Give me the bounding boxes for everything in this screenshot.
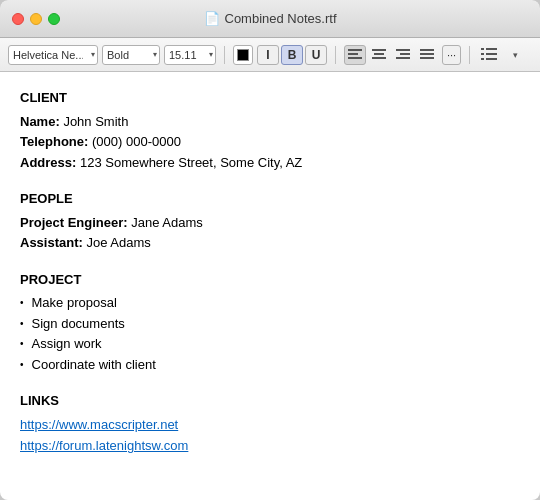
client-telephone-value-text: (000) 000-0000	[92, 134, 181, 149]
client-heading: CLIENT	[20, 88, 520, 108]
font-style-select[interactable]: Bold	[102, 45, 160, 65]
engineer-value-text: Jane Adams	[131, 215, 203, 230]
title-bar: 📄 Combined Notes.rtf	[0, 0, 540, 38]
client-address-line: Address: 123 Somewhere Street, Some City…	[20, 153, 520, 173]
align-justify-button[interactable]	[416, 45, 438, 65]
svg-rect-10	[420, 53, 434, 55]
svg-rect-16	[481, 58, 484, 60]
svg-rect-9	[420, 49, 434, 51]
svg-rect-0	[348, 49, 362, 51]
list-icon	[481, 48, 497, 62]
link-2[interactable]: https://forum.latenightsw.com	[20, 436, 520, 456]
separator-1	[224, 46, 225, 64]
align-left-icon	[348, 49, 362, 61]
client-telephone-line: Telephone: (000) 000-0000	[20, 132, 520, 152]
link-1[interactable]: https://www.macscripter.net	[20, 415, 520, 435]
document-icon: 📄	[204, 11, 220, 26]
list-item: • Assign work	[20, 334, 520, 354]
minimize-button[interactable]	[30, 13, 42, 25]
project-list: • Make proposal • Sign documents • Assig…	[20, 293, 520, 374]
svg-rect-1	[348, 53, 358, 55]
window-title: 📄 Combined Notes.rtf	[204, 11, 337, 26]
svg-rect-6	[396, 49, 410, 51]
project-item-1: Make proposal	[32, 293, 117, 313]
client-name-label: Name:	[20, 114, 60, 129]
client-name-value-text: John Smith	[63, 114, 128, 129]
client-address-value-text: 123 Somewhere Street, Some City, AZ	[80, 155, 302, 170]
list-arrow-button[interactable]: ▾	[504, 45, 526, 65]
bullet-icon: •	[20, 295, 24, 310]
project-item-4: Coordinate with client	[32, 355, 156, 375]
color-group	[233, 45, 253, 65]
client-name-line: Name: John Smith	[20, 112, 520, 132]
list-button[interactable]	[478, 45, 500, 65]
title-text: Combined Notes.rtf	[225, 11, 337, 26]
align-right-icon	[396, 49, 410, 61]
assistant-value-text: Joe Adams	[86, 235, 150, 250]
toolbar: Helvetica Ne... ▾ Bold ▾ 15.11 ▾ I B U	[0, 38, 540, 72]
client-address-label: Address:	[20, 155, 76, 170]
assistant-label: Assistant:	[20, 235, 83, 250]
align-center-button[interactable]	[368, 45, 390, 65]
color-swatch	[237, 49, 249, 61]
traffic-lights	[12, 13, 60, 25]
format-group: I B U	[257, 45, 327, 65]
project-heading: PROJECT	[20, 270, 520, 290]
italic-button[interactable]: I	[257, 45, 279, 65]
list-arrow-icon: ▾	[513, 50, 518, 60]
align-center-icon	[372, 49, 386, 61]
svg-rect-4	[374, 53, 384, 55]
client-telephone-label: Telephone:	[20, 134, 88, 149]
list-item: • Make proposal	[20, 293, 520, 313]
links-heading: LINKS	[20, 391, 520, 411]
align-justify-icon	[420, 49, 434, 61]
svg-rect-15	[486, 53, 497, 55]
svg-rect-11	[420, 57, 434, 59]
underline-button[interactable]: U	[305, 45, 327, 65]
assistant-line: Assistant: Joe Adams	[20, 233, 520, 253]
font-size-group: 15.11 ▾	[164, 45, 216, 65]
align-right-button[interactable]	[392, 45, 414, 65]
font-family-select[interactable]: Helvetica Ne...	[8, 45, 98, 65]
svg-rect-17	[486, 58, 497, 60]
svg-rect-2	[348, 57, 362, 59]
maximize-button[interactable]	[48, 13, 60, 25]
bullet-icon: •	[20, 316, 24, 331]
svg-rect-7	[400, 53, 410, 55]
align-left-button[interactable]	[344, 45, 366, 65]
svg-rect-3	[372, 49, 386, 51]
close-button[interactable]	[12, 13, 24, 25]
list-item: • Sign documents	[20, 314, 520, 334]
separator-2	[335, 46, 336, 64]
svg-rect-5	[372, 57, 386, 59]
text-color-button[interactable]	[233, 45, 253, 65]
svg-rect-8	[396, 57, 410, 59]
svg-rect-12	[481, 48, 484, 50]
font-size-select[interactable]: 15.11	[164, 45, 216, 65]
project-item-3: Assign work	[32, 334, 102, 354]
bullet-icon: •	[20, 336, 24, 351]
separator-3	[469, 46, 470, 64]
bullet-icon: •	[20, 357, 24, 372]
font-family-group: Helvetica Ne... ▾	[8, 45, 98, 65]
list-item: • Coordinate with client	[20, 355, 520, 375]
font-style-group: Bold ▾	[102, 45, 160, 65]
project-item-2: Sign documents	[32, 314, 125, 334]
more-options-button[interactable]: ···	[442, 45, 461, 65]
more-options-label: ···	[447, 49, 456, 61]
alignment-group	[344, 45, 438, 65]
engineer-label: Project Engineer:	[20, 215, 128, 230]
bold-button[interactable]: B	[281, 45, 303, 65]
people-heading: PEOPLE	[20, 189, 520, 209]
svg-rect-14	[481, 53, 484, 55]
engineer-line: Project Engineer: Jane Adams	[20, 213, 520, 233]
svg-rect-13	[486, 48, 497, 50]
document-area: CLIENT Name: John Smith Telephone: (000)…	[0, 72, 540, 500]
